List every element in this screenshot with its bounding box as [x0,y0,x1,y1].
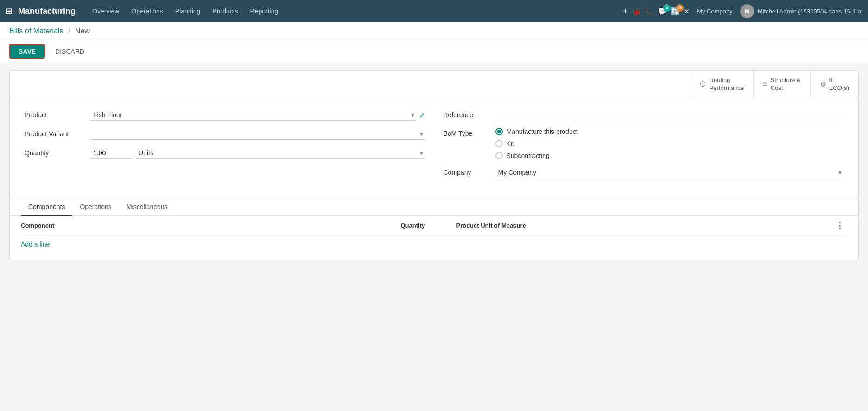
gear-icon: ⚙ [820,80,826,89]
table-column-options-icon[interactable]: ⋮ [836,221,844,231]
company-name[interactable]: My Company [697,8,733,15]
tab-components[interactable]: Components [21,198,72,216]
bom-type-kit[interactable]: Kit [495,140,578,147]
reference-field-row: Reference [444,109,844,120]
routing-performance-label: Routing Performance [710,76,744,92]
app-brand[interactable]: Manufacturing [18,6,76,16]
product-select[interactable]: Fish Flour [90,109,416,121]
breadcrumb-current: New [75,27,90,35]
breadcrumb-bar: Bills of Materials / New [0,22,868,40]
table-actions-header: ⋮ [832,221,847,231]
list-icon: ≡ [763,79,768,89]
tab-operations[interactable]: Operations [72,198,119,216]
product-external-link-icon[interactable]: ↗ [419,111,425,120]
bottom-tabs: Components Operations Miscellaneous Comp… [10,198,858,260]
smart-buttons-row: ⏱ Routing Performance ≡ Structure & Cost… [10,71,858,98]
quantity-label: Quantity [25,149,85,157]
col-uom-header: Product Unit of Measure [456,222,833,229]
product-variant-select[interactable] [90,128,425,140]
save-button[interactable]: SAVE [9,44,45,59]
main-content: ⏱ Routing Performance ≡ Structure & Cost… [0,63,868,268]
form-card: ⏱ Routing Performance ≡ Structure & Cost… [9,70,859,260]
product-field-row: Product Fish Flour ▾ ↗ [25,109,425,121]
bom-type-options: Manufacture this product Kit Subcontract… [495,128,578,159]
company-select-wrap: My Company ▾ [495,167,844,178]
unit-select-wrap: Units ▾ [136,147,425,159]
bom-type-field-row: BoM Type Manufacture this product [444,128,844,159]
quantity-value: 1.00 Units ▾ [90,147,425,159]
structure-cost-label: Structure & Cost [771,76,801,92]
grid-icon[interactable]: ⊞ [6,6,13,16]
product-variant-value: ▾ [90,128,425,140]
bom-type-kit-label: Kit [507,140,514,147]
phone-icon[interactable]: 📞 [645,7,654,16]
bom-type-subcontracting-label: Subcontracting [507,152,550,159]
form-body: Product Fish Flour ▾ ↗ [10,98,858,198]
nav-reporting[interactable]: Reporting [245,5,284,18]
company-label: Company [444,169,490,176]
reference-label: Reference [444,111,490,119]
col-component-header: Component [21,222,401,229]
breadcrumb-parent[interactable]: Bills of Materials [9,27,63,35]
refresh-icon[interactable]: 🔄 26 [671,7,680,16]
form-right-column: Reference BoM Type Manufactur [444,109,844,178]
quantity-input[interactable]: 1.00 [90,147,132,159]
add-icon[interactable]: + [623,6,628,17]
breadcrumb-separator: / [68,27,70,35]
nav-planning[interactable]: Planning [170,5,206,18]
radio-manufacture-inner [497,130,501,133]
refresh-badge: 26 [676,4,684,12]
nav-products[interactable]: Products [207,5,243,18]
chat-badge: 5 [663,4,671,12]
chat-icon[interactable]: 💬 5 [658,7,667,16]
form-left-column: Product Fish Flour ▾ ↗ [25,109,425,159]
wrench-icon[interactable]: ✕ [684,7,690,16]
product-value: Fish Flour ▾ ↗ [90,109,425,121]
radio-subcontracting-circle [495,152,503,159]
bom-type-manufacture-label: Manufacture this product [507,128,578,135]
product-variant-field-row: Product Variant ▾ [25,128,425,140]
product-variant-label: Product Variant [25,130,85,138]
breadcrumb: Bills of Materials / New [9,27,90,35]
discard-button[interactable]: DISCARD [49,45,91,58]
structure-cost-button[interactable]: ≡ Structure & Cost [753,71,810,98]
add-line-button[interactable]: Add a line [21,240,50,248]
reference-value [495,109,844,120]
routing-performance-button[interactable]: ⏱ Routing Performance [690,71,753,98]
nav-operations[interactable]: Operations [126,5,168,18]
eco-button[interactable]: ⚙ 0 ECO(s) [810,71,858,98]
quantity-field-row: Quantity 1.00 Units ▾ [25,147,425,159]
bom-type-label: BoM Type [444,128,490,137]
nav-overview[interactable]: Overview [87,5,125,18]
avatar[interactable]: M [740,4,754,18]
components-table-header: Component Quantity Product Unit of Measu… [21,216,847,236]
radio-kit-circle [495,140,503,147]
tab-miscellaneous[interactable]: Miscellaneous [119,198,175,216]
bom-type-subcontracting[interactable]: Subcontracting [495,152,578,159]
add-line-row: Add a line [21,236,847,253]
bom-type-manufacture[interactable]: Manufacture this product [495,128,578,135]
eco-label: 0 ECO(s) [829,76,849,92]
product-label: Product [25,111,85,119]
tab-navigation: Components Operations Miscellaneous [10,198,858,216]
unit-select[interactable]: Units [136,147,425,159]
user-name: Mitchell Admin (15300504-saas-15-1-al [758,8,862,15]
col-quantity-header: Quantity [401,222,456,229]
top-navigation: ⊞ Manufacturing Overview Operations Plan… [0,0,868,22]
clock-icon: ⏱ [699,80,707,89]
company-field-row: Company My Company ▾ [444,167,844,178]
tab-components-content: Component Quantity Product Unit of Measu… [10,216,858,260]
main-form-row: Product Fish Flour ▾ ↗ [25,109,843,178]
topnav-actions: + 🐞 📞 💬 5 🔄 26 ✕ My Company M Mitchell A… [623,4,862,18]
company-select[interactable]: My Company [495,167,844,178]
action-bar: SAVE DISCARD [0,40,868,63]
radio-manufacture-circle [495,128,503,135]
main-menu: Overview Operations Planning Products Re… [87,5,621,18]
bug-icon[interactable]: 🐞 [632,7,641,16]
